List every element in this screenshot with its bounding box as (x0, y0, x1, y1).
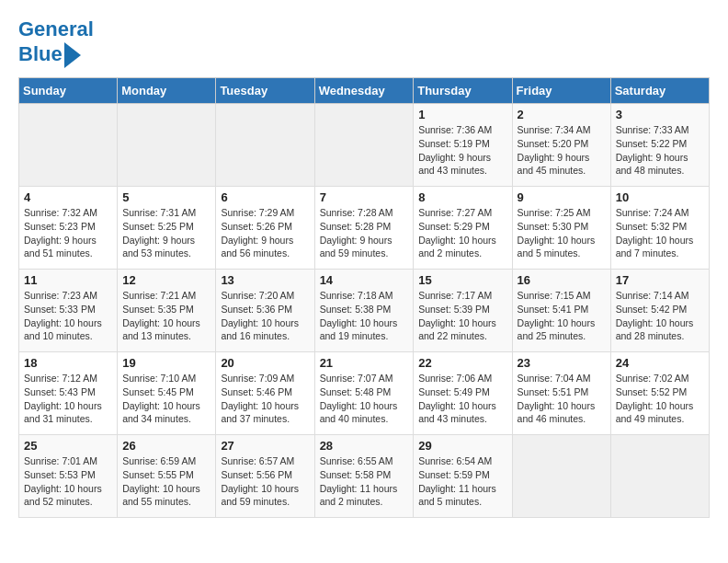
day-number: 8 (418, 190, 506, 204)
calendar-cell: 17Sunrise: 7:14 AM Sunset: 5:42 PM Dayli… (610, 270, 709, 352)
day-info: Sunrise: 6:59 AM Sunset: 5:55 PM Dayligh… (122, 454, 210, 509)
day-info: Sunrise: 7:31 AM Sunset: 5:25 PM Dayligh… (122, 206, 210, 260)
calendar-cell: 24Sunrise: 7:02 AM Sunset: 5:52 PM Dayli… (610, 352, 709, 435)
day-number: 15 (418, 273, 506, 287)
page-header: General Blue (18, 18, 710, 68)
calendar-cell: 25Sunrise: 7:01 AM Sunset: 5:53 PM Dayli… (19, 435, 118, 518)
day-number: 27 (221, 439, 309, 453)
calendar-cell (118, 104, 216, 187)
logo-text: General (18, 18, 94, 40)
day-number: 19 (122, 356, 210, 370)
day-info: Sunrise: 7:29 AM Sunset: 5:26 PM Dayligh… (221, 206, 309, 260)
day-info: Sunrise: 7:04 AM Sunset: 5:51 PM Dayligh… (518, 372, 606, 426)
calendar-cell: 13Sunrise: 7:20 AM Sunset: 5:36 PM Dayli… (216, 270, 314, 352)
calendar-week-row: 4Sunrise: 7:32 AM Sunset: 5:23 PM Daylig… (19, 187, 710, 270)
calendar-cell: 21Sunrise: 7:07 AM Sunset: 5:48 PM Dayli… (314, 352, 414, 435)
day-info: Sunrise: 7:34 AM Sunset: 5:20 PM Dayligh… (518, 123, 606, 178)
day-info: Sunrise: 7:21 AM Sunset: 5:35 PM Dayligh… (122, 289, 210, 343)
calendar-cell: 29Sunrise: 6:54 AM Sunset: 5:59 PM Dayli… (414, 435, 512, 518)
day-info: Sunrise: 7:28 AM Sunset: 5:28 PM Dayligh… (320, 206, 409, 260)
day-number: 20 (221, 356, 309, 370)
calendar-cell: 11Sunrise: 7:23 AM Sunset: 5:33 PM Dayli… (19, 270, 118, 352)
day-info: Sunrise: 7:36 AM Sunset: 5:19 PM Dayligh… (418, 123, 506, 178)
day-number: 22 (418, 356, 506, 370)
calendar-cell: 9Sunrise: 7:25 AM Sunset: 5:30 PM Daylig… (512, 187, 610, 270)
day-number: 26 (122, 439, 210, 453)
day-number: 4 (24, 190, 112, 204)
day-info: Sunrise: 7:01 AM Sunset: 5:53 PM Dayligh… (24, 454, 112, 509)
column-header-tuesday: Tuesday (216, 78, 314, 104)
calendar-cell (19, 104, 118, 187)
calendar-cell: 7Sunrise: 7:28 AM Sunset: 5:28 PM Daylig… (314, 187, 414, 270)
day-number: 11 (24, 273, 112, 287)
day-info: Sunrise: 7:32 AM Sunset: 5:23 PM Dayligh… (24, 206, 112, 260)
calendar-cell: 22Sunrise: 7:06 AM Sunset: 5:49 PM Dayli… (414, 352, 512, 435)
calendar-cell (314, 104, 414, 187)
calendar-cell (216, 104, 314, 187)
day-info: Sunrise: 7:17 AM Sunset: 5:39 PM Dayligh… (418, 289, 506, 343)
day-info: Sunrise: 7:14 AM Sunset: 5:42 PM Dayligh… (616, 289, 704, 343)
column-header-thursday: Thursday (414, 78, 512, 104)
day-info: Sunrise: 7:18 AM Sunset: 5:38 PM Dayligh… (320, 289, 409, 343)
calendar-cell: 15Sunrise: 7:17 AM Sunset: 5:39 PM Dayli… (414, 270, 512, 352)
day-number: 5 (122, 190, 210, 204)
calendar-cell: 3Sunrise: 7:33 AM Sunset: 5:22 PM Daylig… (610, 104, 709, 187)
column-header-sunday: Sunday (19, 78, 118, 104)
day-info: Sunrise: 7:10 AM Sunset: 5:45 PM Dayligh… (122, 372, 210, 426)
logo-text2: Blue (18, 43, 63, 65)
day-number: 3 (616, 108, 704, 121)
calendar-week-row: 18Sunrise: 7:12 AM Sunset: 5:43 PM Dayli… (19, 352, 710, 435)
calendar-cell: 2Sunrise: 7:34 AM Sunset: 5:20 PM Daylig… (512, 104, 610, 187)
day-number: 13 (221, 273, 309, 287)
day-info: Sunrise: 7:02 AM Sunset: 5:52 PM Dayligh… (616, 372, 704, 426)
day-number: 10 (616, 190, 704, 204)
calendar-table: SundayMondayTuesdayWednesdayThursdayFrid… (18, 77, 710, 518)
calendar-cell: 6Sunrise: 7:29 AM Sunset: 5:26 PM Daylig… (216, 187, 314, 270)
day-number: 9 (518, 190, 606, 204)
day-info: Sunrise: 6:54 AM Sunset: 5:59 PM Dayligh… (418, 454, 506, 509)
day-info: Sunrise: 7:27 AM Sunset: 5:29 PM Dayligh… (418, 206, 506, 260)
day-number: 17 (616, 273, 704, 287)
day-number: 25 (24, 439, 112, 453)
day-info: Sunrise: 6:57 AM Sunset: 5:56 PM Dayligh… (221, 454, 309, 509)
calendar-week-row: 1Sunrise: 7:36 AM Sunset: 5:19 PM Daylig… (19, 104, 710, 187)
day-info: Sunrise: 7:24 AM Sunset: 5:32 PM Dayligh… (616, 206, 704, 260)
day-info: Sunrise: 7:06 AM Sunset: 5:49 PM Dayligh… (418, 372, 506, 426)
day-info: Sunrise: 7:23 AM Sunset: 5:33 PM Dayligh… (24, 289, 112, 343)
calendar-cell: 18Sunrise: 7:12 AM Sunset: 5:43 PM Dayli… (19, 352, 118, 435)
calendar-cell: 1Sunrise: 7:36 AM Sunset: 5:19 PM Daylig… (414, 104, 512, 187)
calendar-body: 1Sunrise: 7:36 AM Sunset: 5:19 PM Daylig… (19, 104, 710, 518)
calendar-cell: 14Sunrise: 7:18 AM Sunset: 5:38 PM Dayli… (314, 270, 414, 352)
day-number: 14 (320, 273, 409, 287)
logo-arrow-icon (64, 42, 81, 68)
day-number: 2 (518, 108, 606, 121)
calendar-cell: 12Sunrise: 7:21 AM Sunset: 5:35 PM Dayli… (118, 270, 216, 352)
calendar-cell: 16Sunrise: 7:15 AM Sunset: 5:41 PM Dayli… (512, 270, 610, 352)
calendar-cell: 5Sunrise: 7:31 AM Sunset: 5:25 PM Daylig… (118, 187, 216, 270)
calendar-cell: 23Sunrise: 7:04 AM Sunset: 5:51 PM Dayli… (512, 352, 610, 435)
day-number: 1 (418, 108, 506, 121)
day-info: Sunrise: 7:33 AM Sunset: 5:22 PM Dayligh… (616, 123, 704, 178)
day-number: 16 (518, 273, 606, 287)
calendar-cell: 28Sunrise: 6:55 AM Sunset: 5:58 PM Dayli… (314, 435, 414, 518)
day-number: 24 (616, 356, 704, 370)
column-header-friday: Friday (512, 78, 610, 104)
day-number: 29 (418, 439, 506, 453)
calendar-cell (610, 435, 709, 518)
day-info: Sunrise: 7:07 AM Sunset: 5:48 PM Dayligh… (320, 372, 409, 426)
day-number: 7 (320, 190, 409, 204)
day-number: 18 (24, 356, 112, 370)
calendar-cell: 27Sunrise: 6:57 AM Sunset: 5:56 PM Dayli… (216, 435, 314, 518)
column-header-saturday: Saturday (610, 78, 709, 104)
calendar-cell: 4Sunrise: 7:32 AM Sunset: 5:23 PM Daylig… (19, 187, 118, 270)
calendar-cell: 8Sunrise: 7:27 AM Sunset: 5:29 PM Daylig… (414, 187, 512, 270)
calendar-week-row: 25Sunrise: 7:01 AM Sunset: 5:53 PM Dayli… (19, 435, 710, 518)
day-number: 21 (320, 356, 409, 370)
column-header-wednesday: Wednesday (314, 78, 414, 104)
calendar-cell: 20Sunrise: 7:09 AM Sunset: 5:46 PM Dayli… (216, 352, 314, 435)
day-info: Sunrise: 7:25 AM Sunset: 5:30 PM Dayligh… (518, 206, 606, 260)
day-number: 23 (518, 356, 606, 370)
day-info: Sunrise: 6:55 AM Sunset: 5:58 PM Dayligh… (320, 454, 409, 509)
calendar-cell: 26Sunrise: 6:59 AM Sunset: 5:55 PM Dayli… (118, 435, 216, 518)
calendar-week-row: 11Sunrise: 7:23 AM Sunset: 5:33 PM Dayli… (19, 270, 710, 352)
